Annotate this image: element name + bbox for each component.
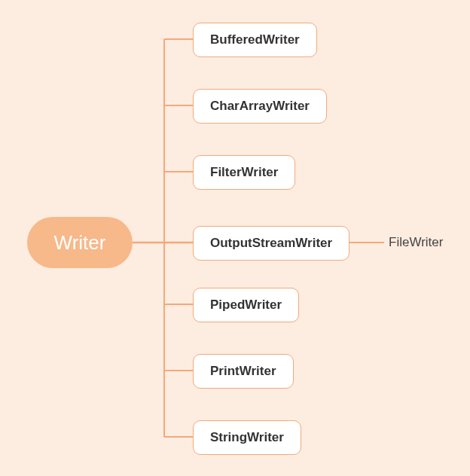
child-label: BufferedWriter [210,32,300,47]
child-node-outputstreamwriter: OutputStreamWriter [193,226,349,261]
root-label: Writer [54,231,106,255]
child-node-stringwriter: StringWriter [193,420,301,455]
child-label: OutputStreamWriter [210,236,332,251]
child-label: PipedWriter [210,298,282,313]
child-node-bufferedwriter: BufferedWriter [193,23,317,57]
child-node-filterwriter: FilterWriter [193,155,295,190]
child-label: PrintWriter [210,364,276,379]
child-node-pipedwriter: PipedWriter [193,288,299,322]
leaf-node-filewriter: FileWriter [389,235,443,250]
child-label: StringWriter [210,430,284,445]
child-node-printwriter: PrintWriter [193,354,294,389]
diagram-canvas: Writer BufferedWriter CharArrayWriter Fi… [0,0,470,476]
child-node-chararraywriter: CharArrayWriter [193,89,327,124]
root-node-writer: Writer [27,217,133,268]
leaf-label-text: FileWriter [389,235,443,249]
child-label: CharArrayWriter [210,99,310,114]
child-label: FilterWriter [210,165,278,180]
